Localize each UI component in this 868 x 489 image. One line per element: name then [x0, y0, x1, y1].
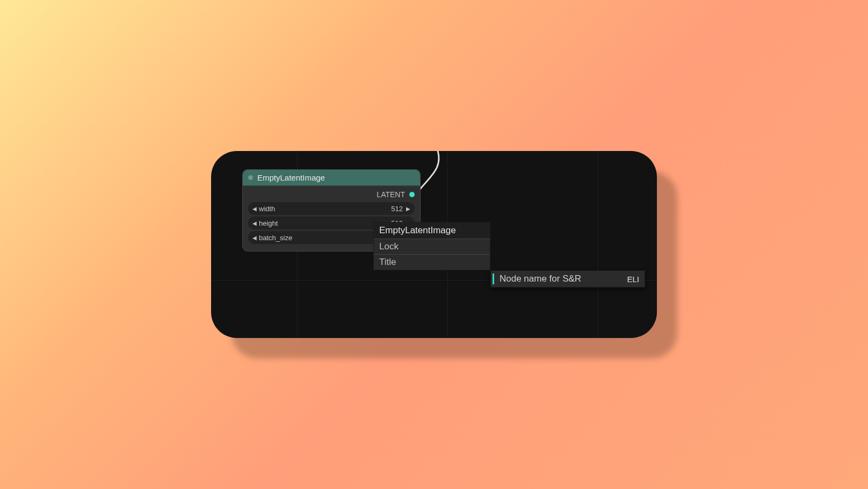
editor-canvas[interactable]: EmptyLatentImage LATENT ◀ width 512 ▶ ◀ …	[211, 151, 657, 338]
widget-label: width	[258, 205, 391, 213]
widget-label: height	[258, 219, 391, 227]
output-port-icon[interactable]	[409, 192, 415, 197]
widget-value: 512	[391, 205, 405, 213]
node-titlebar[interactable]: EmptyLatentImage	[243, 170, 420, 186]
output-label: LATENT	[377, 190, 405, 199]
triangle-left-icon[interactable]: ◀	[251, 235, 258, 241]
triangle-left-icon[interactable]: ◀	[251, 206, 258, 212]
connection-wire	[415, 151, 464, 202]
menu-item-lock[interactable]: Lock	[374, 239, 490, 254]
submenu-value: ELI	[627, 275, 639, 284]
widget-width[interactable]: ◀ width 512 ▶	[248, 202, 415, 215]
submenu-node-name[interactable]: Node name for S&R ELI	[490, 270, 645, 287]
node-title-text: EmptyLatentImage	[257, 173, 325, 182]
collapse-dot-icon[interactable]	[248, 175, 253, 180]
triangle-left-icon[interactable]: ◀	[251, 220, 258, 226]
context-menu-title: EmptyLatentImage	[374, 222, 490, 239]
output-latent[interactable]: LATENT	[248, 189, 415, 202]
context-menu[interactable]: EmptyLatentImage Inputs Outputs Properti…	[373, 222, 490, 270]
triangle-right-icon[interactable]: ▶	[405, 206, 411, 212]
menu-item-title[interactable]: Title	[374, 254, 490, 270]
submenu-label: Node name for S&R	[496, 274, 627, 284]
